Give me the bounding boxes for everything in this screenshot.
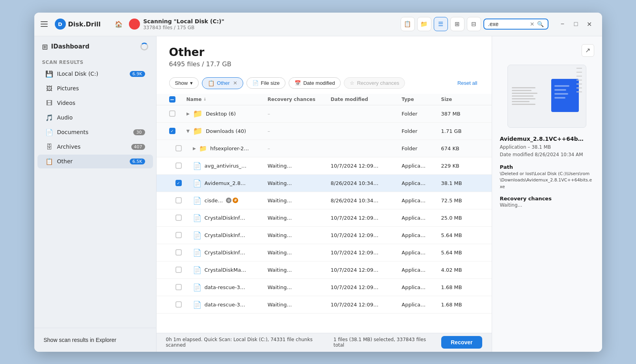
- row-size: 5.64 MB: [441, 250, 477, 256]
- table-row[interactable]: 📄 avg_antivirus_… Waiting… 10/7/2024 12:…: [157, 157, 492, 175]
- search-clear-icon[interactable]: ✕: [530, 21, 535, 27]
- window-controls: − □ ✕: [556, 18, 596, 30]
- row-checkbox[interactable]: ✓: [175, 180, 182, 186]
- table-row[interactable]: 📄 data-rescue-3… Waiting… 10/7/2024 12:0…: [157, 279, 492, 296]
- stop-scan-button[interactable]: [129, 19, 140, 30]
- select-all-checkbox[interactable]: −: [169, 96, 175, 103]
- sidebar-item-other[interactable]: 📋 Other 6.5K: [37, 155, 153, 168]
- open-external-button[interactable]: ↗: [582, 44, 594, 57]
- view-folder-btn[interactable]: 📁: [417, 17, 431, 31]
- row-checkbox-container: [169, 110, 187, 117]
- table-row[interactable]: 📄 CrystalDiskInf… Waiting… 10/7/2024 12:…: [157, 244, 492, 261]
- row-checkbox[interactable]: [175, 232, 182, 238]
- other-chip-icon: 📋: [208, 80, 214, 86]
- row-name-cell: 📄 data-rescue-3…: [193, 301, 268, 309]
- date-modified-filter-btn[interactable]: 📅 Date modified: [289, 77, 341, 89]
- other-chip-remove-icon[interactable]: ✕: [233, 80, 237, 86]
- row-checkbox-container: [175, 267, 193, 273]
- scanning-sub: 337843 files / 175 GB: [143, 25, 224, 30]
- file-info-path: \Deleted or lost\Local Disk (C:)\Users\r…: [500, 171, 594, 190]
- file-preview: [492, 57, 602, 136]
- table-row[interactable]: 📄 data-rescue-3… Waiting… 10/7/2024 12:0…: [157, 296, 492, 314]
- reset-all-button[interactable]: Reset all: [456, 78, 479, 88]
- th-name[interactable]: Name ↓: [187, 96, 268, 103]
- th-size[interactable]: Size: [441, 96, 477, 103]
- expand-icon[interactable]: ▶: [187, 111, 190, 116]
- file-size-label: File size: [261, 80, 280, 86]
- row-checkbox[interactable]: [175, 162, 182, 169]
- recovery-chances-filter-btn[interactable]: ☆ Recovery chances: [344, 77, 405, 89]
- th-type[interactable]: Type: [402, 96, 441, 103]
- expand-icon[interactable]: ▶: [193, 146, 196, 151]
- dashboard-title: ⊞ IDashboard: [42, 43, 90, 51]
- recovery-label: Recovery chances: [500, 196, 594, 202]
- sidebar-item-archives[interactable]: 🗄 Archives 407: [37, 140, 153, 154]
- table-row[interactable]: 📄 cisde… ⊙ # Waiting… 8/26/2024 10:34… A…: [157, 192, 492, 209]
- row-checkbox[interactable]: [175, 215, 182, 221]
- show-filter-label: Show: [175, 80, 188, 86]
- row-name-cell: 📄 data-rescue-3…: [193, 283, 268, 291]
- pictures-icon: 🖼: [45, 85, 53, 92]
- row-checkbox[interactable]: [175, 267, 182, 273]
- sidebar-item-documents[interactable]: 📄 Documents 30: [37, 125, 153, 139]
- table-row[interactable]: ✓ 📄 Avidemux_2.8… Waiting… 8/26/2024 10:…: [157, 175, 492, 192]
- show-explorer-button[interactable]: Show scan results in Explorer: [37, 333, 153, 347]
- minimize-button[interactable]: −: [556, 18, 569, 30]
- view-list-btn[interactable]: ☰: [434, 17, 448, 31]
- file-size-icon: 📄: [252, 80, 259, 86]
- other-filter-chip[interactable]: 📋 Other ✕: [202, 77, 243, 89]
- close-button[interactable]: ✕: [583, 18, 596, 30]
- row-filename: CrystalDiskInf…: [205, 250, 245, 256]
- sidebar-item-videos[interactable]: 🎞 Videos: [37, 96, 153, 110]
- other-icon: 📋: [45, 158, 53, 165]
- recover-button[interactable]: Recover: [441, 336, 482, 349]
- search-input[interactable]: [488, 21, 528, 27]
- row-checkbox[interactable]: [175, 249, 182, 256]
- table-row[interactable]: 📄 CrystalDiskInf… Waiting… 10/7/2024 12:…: [157, 209, 492, 227]
- recovery-star-icon: ☆: [350, 80, 354, 86]
- row-checkbox[interactable]: [175, 145, 182, 151]
- row-name-cell: ▶ 📁 hfsexplorer-2…: [193, 145, 268, 152]
- home-button[interactable]: 🏠: [112, 17, 126, 31]
- badge-orange: #: [233, 198, 238, 203]
- sidebar-item-audio[interactable]: 🎵 Audio: [37, 111, 153, 125]
- th-recovery[interactable]: Recovery chances: [268, 96, 331, 103]
- table-row[interactable]: ▶ 📁 Desktop (6) – Folder 387 MB: [157, 105, 492, 123]
- table-row[interactable]: ✓ ▼ 📁 Downloads (40) – Folder 1.71 GB: [157, 123, 492, 140]
- table-row[interactable]: 📄 CrystalDiskInf… Waiting… 10/7/2024 12:…: [157, 227, 492, 244]
- row-name-cell: 📄 CrystalDiskMa…: [193, 266, 268, 274]
- sidebar-item-local-disk[interactable]: 💾 ILocal Disk (C:) 6.9K: [37, 67, 153, 81]
- file-icon: 📄: [193, 162, 201, 170]
- content-header: Other 6495 files / 17.7 GB: [157, 36, 492, 74]
- maximize-button[interactable]: □: [570, 18, 582, 30]
- table-row[interactable]: ▶ 📁 hfsexplorer-2… – Folder 674 KB: [157, 140, 492, 157]
- row-checkbox[interactable]: [175, 197, 182, 203]
- th-date[interactable]: Date modified: [331, 96, 402, 103]
- view-grid-btn[interactable]: ⊞: [450, 17, 464, 31]
- row-filename: Avidemux_2.8…: [205, 180, 246, 186]
- row-checkbox[interactable]: [169, 110, 175, 117]
- right-panel-top: ↗: [492, 36, 602, 57]
- row-recovery: Waiting…: [268, 267, 331, 273]
- table-row[interactable]: 📄 CrystalDiskMa… Waiting… 10/7/2024 12:0…: [157, 261, 492, 279]
- row-filename: CrystalDiskMa…: [205, 267, 246, 273]
- search-icon[interactable]: 🔍: [537, 21, 544, 27]
- path-label: Path: [500, 164, 594, 170]
- row-checkbox[interactable]: [175, 284, 182, 290]
- show-filter-btn[interactable]: Show ▾: [169, 77, 199, 89]
- hamburger-menu[interactable]: [41, 19, 50, 29]
- row-size: 38.1 MB: [441, 180, 477, 186]
- view-copy-btn[interactable]: 📋: [401, 17, 415, 31]
- file-size-filter-btn[interactable]: 📄 File size: [246, 77, 286, 89]
- file-icon: 📄: [193, 301, 201, 309]
- row-date: 8/26/2024 10:34…: [331, 180, 402, 186]
- row-checkbox[interactable]: [175, 301, 182, 308]
- row-name-cell: 📄 CrystalDiskInf…: [193, 231, 268, 239]
- expand-icon[interactable]: ▼: [187, 129, 190, 134]
- row-checkbox-container: [175, 232, 193, 238]
- sidebar-videos-label: Videos: [57, 100, 145, 106]
- sidebar-item-pictures[interactable]: 🖼 Pictures: [37, 82, 153, 95]
- search-box: ✕ 🔍: [483, 19, 548, 30]
- row-checkbox[interactable]: ✓: [169, 128, 175, 134]
- view-split-btn[interactable]: ⊟: [467, 17, 481, 31]
